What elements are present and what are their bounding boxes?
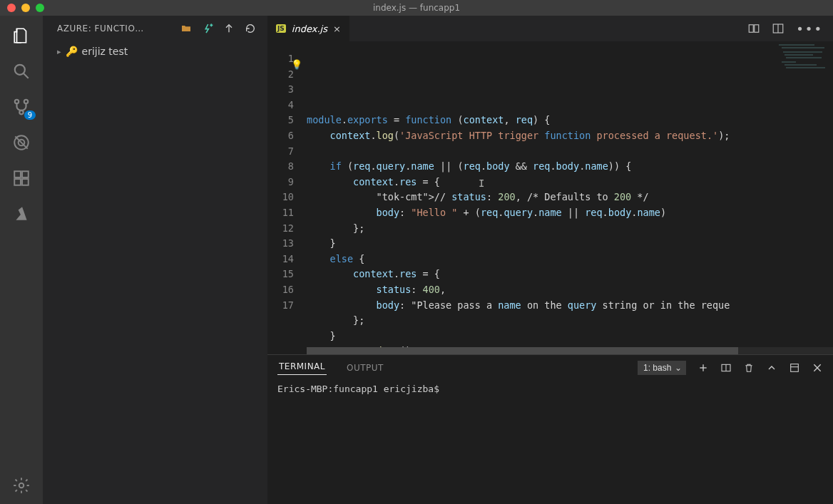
debug-icon[interactable] — [11, 133, 31, 153]
bottom-panel: TERMINAL OUTPUT 1: bash — [267, 354, 833, 504]
new-terminal-icon[interactable] — [697, 362, 709, 374]
sidebar: AZURE: FUNCTIO… ▸ 🔑 erijiz test — [43, 16, 267, 504]
more-icon[interactable]: ••• — [796, 21, 823, 36]
split-terminal-icon[interactable] — [720, 362, 732, 374]
svg-rect-8 — [14, 171, 21, 178]
azure-icon[interactable] — [11, 204, 31, 224]
sidebar-title: AZURE: FUNCTIO… — [57, 24, 175, 34]
js-file-icon: JS — [276, 24, 286, 33]
open-changes-icon[interactable] — [747, 22, 760, 35]
lightbulb-icon[interactable]: 💡 — [291, 57, 302, 73]
git-badge: 9 — [24, 110, 36, 120]
split-editor-icon[interactable] — [772, 22, 785, 35]
tab-index-js[interactable]: JS index.js × — [267, 16, 350, 41]
settings-gear-icon[interactable] — [11, 475, 31, 495]
panel-tabs: TERMINAL OUTPUT 1: bash — [267, 355, 833, 381]
chevron-right-icon: ▸ — [57, 47, 61, 56]
sidebar-tree: ▸ 🔑 erijiz test — [43, 38, 267, 64]
new-folder-icon[interactable] — [180, 23, 192, 34]
git-icon[interactable]: 9 — [11, 97, 31, 117]
chevron-up-icon[interactable] — [766, 362, 777, 374]
key-icon: 🔑 — [66, 46, 78, 57]
terminal-output[interactable]: Erics-MBP:funcapp1 ericjizba$ — [267, 381, 833, 504]
tree-item-label: erijiz test — [82, 46, 128, 57]
traffic-lights — [0, 4, 44, 12]
close-panel-icon[interactable] — [812, 362, 823, 374]
sidebar-actions — [180, 23, 256, 34]
minimap[interactable] — [776, 41, 833, 98]
svg-point-2 — [15, 100, 19, 103]
terminal-selector[interactable]: 1: bash — [638, 361, 686, 375]
svg-rect-11 — [22, 179, 29, 185]
svg-rect-9 — [22, 171, 29, 178]
text-cursor: I — [479, 176, 484, 192]
refresh-icon[interactable] — [245, 23, 256, 34]
tabbar-actions: ••• — [747, 16, 833, 41]
create-function-icon[interactable] — [202, 23, 213, 34]
close-window-icon[interactable] — [7, 4, 16, 12]
code-content[interactable]: 💡 I module.exports = function (context, … — [307, 41, 833, 354]
activity-bar: 9 — [0, 16, 43, 504]
svg-rect-16 — [749, 25, 753, 33]
horizontal-scrollbar[interactable] — [307, 347, 833, 354]
panel-tab-terminal[interactable]: TERMINAL — [277, 361, 327, 375]
minimize-window-icon[interactable] — [21, 4, 30, 12]
panel-tab-output[interactable]: OUTPUT — [345, 363, 385, 373]
scrollbar-thumb[interactable] — [307, 347, 738, 354]
svg-line-7 — [15, 136, 27, 148]
fullscreen-window-icon[interactable] — [36, 4, 44, 12]
search-icon[interactable] — [11, 61, 31, 81]
deploy-icon[interactable] — [223, 23, 235, 34]
svg-point-3 — [24, 100, 28, 103]
trash-icon[interactable] — [743, 362, 755, 374]
editor-pane: JS index.js × ••• 1234567891011121314151… — [267, 16, 833, 504]
tab-filename: index.js — [292, 24, 327, 34]
svg-rect-24 — [791, 364, 799, 372]
code-editor[interactable]: 1234567891011121314151617 💡 I module.exp… — [267, 41, 833, 354]
svg-rect-10 — [14, 179, 21, 185]
window-title: index.js — funcapp1 — [373, 3, 460, 13]
titlebar: index.js — funcapp1 — [0, 0, 833, 16]
close-tab-icon[interactable]: × — [333, 24, 341, 34]
extensions-icon[interactable] — [11, 168, 31, 188]
svg-point-12 — [19, 483, 24, 488]
terminal-prompt: Erics-MBP:funcapp1 ericjizba$ — [277, 384, 439, 394]
tree-item-subscription[interactable]: ▸ 🔑 erijiz test — [57, 46, 253, 57]
svg-point-0 — [15, 65, 25, 75]
line-numbers: 1234567891011121314151617 — [267, 41, 307, 354]
svg-rect-17 — [755, 25, 759, 33]
svg-line-1 — [24, 73, 29, 78]
sidebar-header: AZURE: FUNCTIO… — [43, 16, 267, 38]
tab-bar: JS index.js × ••• — [267, 16, 833, 41]
explorer-icon[interactable] — [11, 26, 31, 46]
maximize-icon[interactable] — [789, 362, 800, 374]
